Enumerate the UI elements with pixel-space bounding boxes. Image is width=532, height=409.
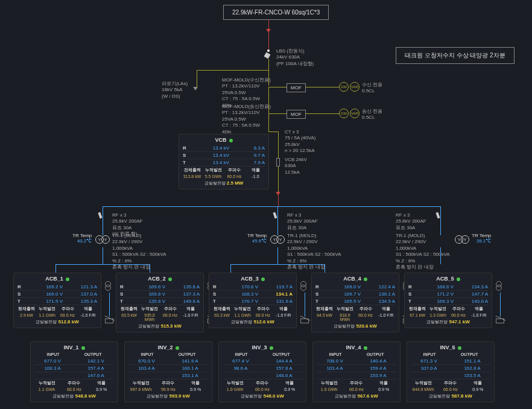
conn [103, 206, 103, 235]
rf-spec: RF x 325.8kV 200AF퓨즈 30A [396, 212, 426, 231]
vcb-title: VCB [183, 137, 265, 143]
inv-panel-3: INV_3 INPUTOUTPUT 677.4 V144.4 A 98.6 A1… [218, 341, 306, 402]
conn [230, 264, 325, 265]
conn [268, 113, 287, 114]
inv-panel-4: INV_4 INPUTOUTPUT 708.0 V140.4 A 103.4 A… [312, 341, 401, 402]
mof1-box: MOF [287, 83, 306, 92]
conn [268, 19, 269, 51]
conn [197, 70, 268, 71]
arrow-icon [276, 192, 280, 195]
mof1-side: 수신 전용0.5CL [362, 82, 382, 95]
rf-icon [274, 212, 281, 220]
transformer-icon: YY [455, 235, 469, 244]
conn [277, 247, 278, 264]
lbs-label: LBS (전동식)24kV 630A(PF 100A 내장형) [276, 48, 314, 67]
conn [305, 87, 339, 87]
rf-icon [99, 212, 106, 220]
conn [55, 264, 56, 273]
transformer-icon: YY [95, 235, 110, 244]
conn [305, 113, 339, 114]
busbar [103, 206, 440, 207]
conn [55, 264, 150, 265]
meter-icon: DM [339, 109, 349, 118]
acb-breaker-icon [105, 281, 113, 323]
mof2-side: 송신 전용0.5CL [362, 109, 382, 121]
conn [268, 59, 269, 70]
vcb-panel: VCB R13.4 kV8.3 A S13.4 kV9.7 A T13.4 kV… [179, 134, 269, 189]
feeder-title: 22.9kW-FR-CNCO-W 60sq/1C*3 [223, 5, 329, 20]
acb-panel-1: ACB_1 R169.2 V121.3 A S169.0 V137.0 A T1… [13, 273, 101, 328]
mof2-box: MOF [287, 110, 306, 119]
mof2-spec: MOF-MOLD(송신전용)PT : 13.2kV/110V25VA 0.5W … [222, 104, 271, 135]
conn [268, 87, 287, 87]
arrow-icon [266, 29, 271, 33]
la-label: 피로기(LAs)18kV 5kA(W / DS) [162, 81, 188, 100]
inv-panel-1: INV_1 INPUTOUTPUT 677.0 V142.1 V 100.3 A… [30, 341, 118, 402]
conn [325, 264, 325, 273]
acb-breaker-icon [300, 281, 309, 323]
conn [150, 264, 150, 273]
conn [197, 70, 197, 87]
conn [103, 247, 103, 264]
conn [440, 247, 441, 264]
lbs-icon [265, 49, 272, 57]
la-icon [193, 87, 200, 94]
ct-spec: CT x 375 / 5A (40VA)25.8kVn > 20 12.5kA [285, 129, 315, 154]
transformer-icon: YY [270, 235, 285, 244]
acb-panel-2: ACB_2 R169.6 V135.8 A S169.8 V137.3 A T1… [116, 273, 204, 332]
tr-temp-3: TR Temp39.1℃ [472, 233, 491, 244]
status-dot [229, 139, 233, 142]
conn [230, 264, 231, 273]
inv-panel-2: INV_2 INPUTOUTPUT 670.0 V141.9 A 103.4 A… [124, 341, 212, 402]
acb-breaker-icon [496, 281, 504, 323]
acb-panel-3: ACB_3 R170.6 V119.7 A S168.3 V134.1 A T1… [209, 273, 297, 328]
conn [440, 206, 441, 235]
conn [277, 206, 278, 235]
rf-spec: RF x 325.8kV 200AF퓨즈 30A [287, 212, 318, 231]
inv-panel-5: INV_5 INPUTOUTPUT 671.3 V151.1 A 107.0 A… [407, 341, 495, 402]
meter-icon: DM [339, 82, 349, 92]
tr-temp-1: TR Temp40.2℃ [72, 233, 92, 244]
meter-icon: VAR [350, 109, 359, 118]
vcb-icon [276, 158, 280, 166]
meter-icon: VAR [350, 82, 359, 92]
conn [268, 132, 278, 132]
site-title: 태크원 오창저수지 수상 태양광 2차분 [396, 47, 515, 64]
vcb-side-spec: VCB 24kV630A12.5kA [285, 157, 307, 176]
tr-spec: TR-1 (MOLD)22.9kV / 290V1,000kVAS1 : 500… [396, 233, 450, 270]
acb-panel-5: ACB_5 R168.6 V134.3 A S171.2 V147.7 A T1… [404, 273, 492, 328]
acb-panel-4: ACB_4 R169.0 V122.4 A S169.7 V138.1 A T1… [311, 273, 399, 332]
conn [268, 113, 269, 132]
tr-temp-2: TR Temp45.9℃ [247, 233, 267, 244]
rf-icon [437, 212, 444, 220]
